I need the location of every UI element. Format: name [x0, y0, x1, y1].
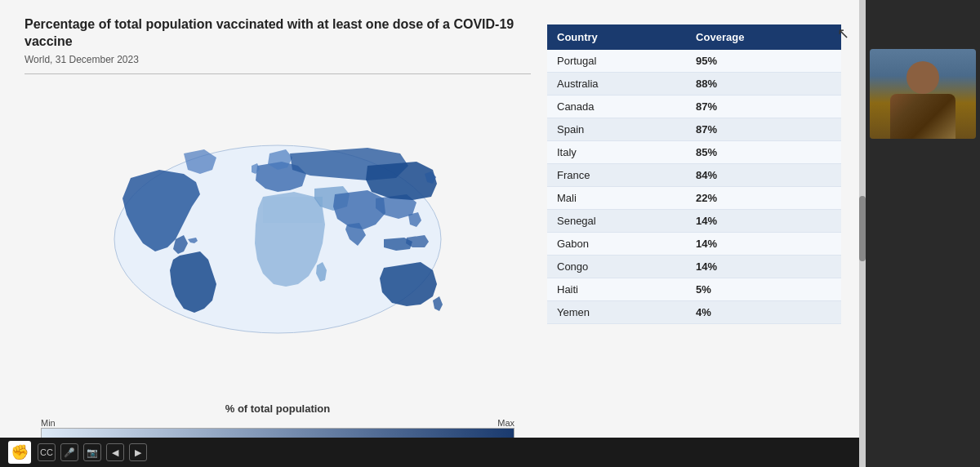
table-cell-coverage: 85%	[686, 141, 841, 164]
table-row: Haiti5%	[547, 278, 841, 301]
table-cell-coverage: 88%	[686, 73, 841, 96]
scrollbar[interactable]	[859, 0, 866, 467]
table-cell-coverage: 14%	[686, 233, 841, 256]
table-cell-country: Portugal	[547, 50, 686, 73]
table-cell-coverage: 14%	[686, 256, 841, 278]
table-row: France84%	[547, 164, 841, 187]
table-row: Portugal95%	[547, 50, 841, 73]
bottom-controls[interactable]: CC 🎤 📷 ◀ ▶	[38, 443, 147, 461]
chart-title: Percentage of total population vaccinate…	[24, 16, 531, 51]
video-panel	[866, 0, 980, 467]
right-panel: Country Coverage Portugal95%Australia88%…	[547, 16, 841, 451]
table-row: Canada87%	[547, 96, 841, 118]
table-row: Italy85%	[547, 141, 841, 164]
table-cell-country: Italy	[547, 141, 686, 164]
table-cell-country: Yemen	[547, 301, 686, 324]
col-country-header: Country	[547, 24, 686, 50]
table-cell-coverage: 14%	[686, 210, 841, 233]
legend-min-label: Min	[41, 418, 56, 428]
table-cell-country: Mali	[547, 187, 686, 210]
table-cell-country: Haiti	[547, 278, 686, 301]
table-header-row: Country Coverage	[547, 24, 841, 50]
legend-min-max-row: Min Max	[41, 418, 514, 428]
person-body	[890, 94, 956, 139]
table-row: Australia88%	[547, 73, 841, 96]
table-cell-coverage: 87%	[686, 96, 841, 118]
table-row: Spain87%	[547, 118, 841, 141]
table-row: Senegal14%	[547, 210, 841, 233]
table-row: Yemen4%	[547, 301, 841, 324]
cc-button[interactable]: CC	[38, 443, 56, 461]
table-row: Congo14%	[547, 256, 841, 278]
next-button[interactable]: ▶	[129, 443, 147, 461]
table-cell-country: Spain	[547, 118, 686, 141]
table-row: Gabon14%	[547, 233, 841, 256]
slide-content: Percentage of total population vaccinate…	[24, 16, 841, 451]
table-cell-coverage: 5%	[686, 278, 841, 301]
table-cell-coverage: 87%	[686, 118, 841, 141]
table-cell-country: Senegal	[547, 210, 686, 233]
map-container	[24, 82, 531, 396]
video-thumbnail	[870, 49, 976, 139]
table-cell-country: France	[547, 164, 686, 187]
chart-subtitle: World, 31 December 2023	[24, 54, 531, 65]
divider	[24, 73, 531, 74]
table-cell-coverage: 84%	[686, 164, 841, 187]
world-map	[106, 133, 449, 345]
scroll-thumb[interactable]	[859, 196, 866, 261]
person-avatar	[870, 49, 976, 139]
logo-icon: ✊	[8, 441, 31, 464]
mic-icon[interactable]: 🎤	[60, 443, 78, 461]
table-cell-country: Canada	[547, 96, 686, 118]
bottom-bar: ✊ CC 🎤 📷 ◀ ▶	[0, 438, 866, 467]
table-cell-country: Australia	[547, 73, 686, 96]
col-coverage-header: Coverage	[686, 24, 841, 50]
legend-max-label: Max	[497, 418, 514, 428]
table-cell-coverage: 22%	[686, 187, 841, 210]
map-label: % of total population	[24, 403, 531, 415]
camera-icon[interactable]: 📷	[83, 443, 101, 461]
left-panel: Percentage of total population vaccinate…	[24, 16, 531, 451]
main-slide: Percentage of total population vaccinate…	[0, 0, 866, 467]
table-cell-country: Congo	[547, 256, 686, 278]
table-cell-country: Gabon	[547, 233, 686, 256]
table-cell-coverage: 4%	[686, 301, 841, 324]
prev-button[interactable]: ◀	[106, 443, 124, 461]
table-row: Mali22%	[547, 187, 841, 210]
person-head	[906, 61, 939, 94]
table-cell-coverage: 95%	[686, 50, 841, 73]
data-table: Country Coverage Portugal95%Australia88%…	[547, 24, 841, 324]
